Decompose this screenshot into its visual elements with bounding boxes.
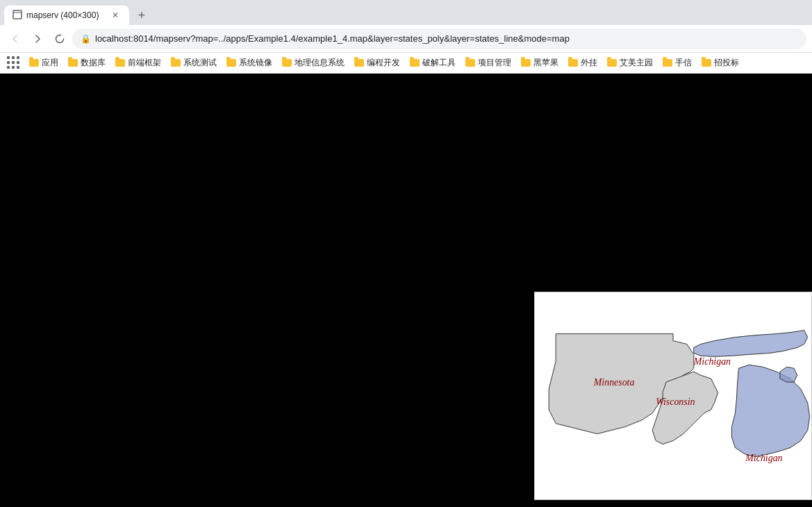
bookmark-label-gis: 地理信息系统 <box>295 57 345 69</box>
bookmark-label-c: 编程开发 <box>367 57 400 69</box>
bookmark-apps[interactable]: 应用 <box>25 56 63 70</box>
reload-button[interactable] <box>50 29 69 49</box>
bookmark-folder-icon-a <box>607 59 617 67</box>
bookmark-folder-icon-l <box>663 59 672 67</box>
bookmark-label-cr: 破解工具 <box>422 57 456 69</box>
bookmark-letter[interactable]: 手信 <box>658 56 696 70</box>
bookmark-pm[interactable]: 项目管理 <box>461 56 515 70</box>
bookmark-db[interactable]: 数据库 <box>64 56 110 70</box>
bookmark-amy[interactable]: 艾美主园 <box>603 56 657 70</box>
bookmark-folder-icon-cr <box>410 59 420 67</box>
minnesota-label: Minnesota <box>593 377 635 388</box>
bookmark-folder-icon-c <box>354 59 364 67</box>
bookmark-label-ch: 外挂 <box>581 57 597 69</box>
address-bar[interactable]: 🔒 localhost:8014/mapserv?map=../apps/Exa… <box>72 28 806 49</box>
new-tab-button[interactable]: + <box>132 6 151 25</box>
svg-rect-0 <box>13 10 22 19</box>
bookmark-folder-icon <box>29 59 39 67</box>
bookmark-gis[interactable]: 地理信息系统 <box>278 56 349 70</box>
forward-button[interactable] <box>28 29 47 49</box>
bookmark-coding[interactable]: 编程开发 <box>350 56 404 70</box>
bookmark-label-fe: 前端框架 <box>128 57 161 69</box>
bookmark-label-a: 艾美主园 <box>620 57 653 69</box>
bookmark-folder-icon-si <box>226 59 236 67</box>
bookmark-folder-icon-b <box>702 59 711 67</box>
back-button[interactable] <box>6 29 25 49</box>
tab-page-icon <box>13 10 22 22</box>
bookmark-label: 应用 <box>42 57 58 69</box>
bookmark-hackintosh[interactable]: 黑苹果 <box>517 56 563 70</box>
bookmark-folder-icon-st <box>171 59 181 67</box>
bookmark-sysimage[interactable]: 系统镜像 <box>222 56 276 70</box>
bookmark-systest[interactable]: 系统测试 <box>167 56 221 70</box>
bookmark-label-b: 招投标 <box>714 57 739 69</box>
active-tab[interactable]: mapserv (400×300) ✕ <box>4 6 129 25</box>
nav-bar: 🔒 localhost:8014/mapserv?map=../apps/Exa… <box>0 25 812 53</box>
bookmark-folder-icon-h <box>521 59 531 67</box>
map-svg: Minnesota Michigan Wisconsin Michigan <box>535 292 811 499</box>
address-text: localhost:8014/mapserv?map=../apps/Examp… <box>95 33 798 44</box>
bookmark-frontend[interactable]: 前端框架 <box>111 56 165 70</box>
browser-window: mapserv (400×300) ✕ + 🔒 localhost:8014/m… <box>0 0 812 507</box>
bookmark-label-h: 黑苹果 <box>533 57 558 69</box>
michigan-upper-label: Michigan <box>693 356 731 367</box>
address-lock-icon: 🔒 <box>81 34 91 44</box>
bookmark-label-st: 系统测试 <box>183 57 217 69</box>
bookmark-label-si: 系统镜像 <box>239 57 272 69</box>
bookmark-folder-icon-fe <box>115 59 125 67</box>
bookmark-folder-icon-gis <box>282 59 292 67</box>
bookmark-folder-icon-ch <box>568 59 578 67</box>
map-container: Minnesota Michigan Wisconsin Michigan <box>534 292 812 500</box>
bookmark-label-db: 数据库 <box>81 57 106 69</box>
bookmark-folder-icon-pm <box>465 59 475 67</box>
bookmark-bid[interactable]: 招投标 <box>697 56 743 70</box>
bookmark-label-pm: 项目管理 <box>478 57 511 69</box>
bookmarks-bar: 应用 数据库 前端框架 系统测试 系统镜像 地理信息系统 编程开发 破解工具 <box>0 53 812 74</box>
michigan-lower-label: Michigan <box>745 453 782 463</box>
bookmark-folder-icon-db <box>68 59 78 67</box>
wisconsin-label: Wisconsin <box>656 397 695 407</box>
page-content: Minnesota Michigan Wisconsin Michigan <box>0 74 812 507</box>
tab-bar: mapserv (400×300) ✕ + <box>0 0 812 25</box>
tab-close-button[interactable]: ✕ <box>110 10 121 21</box>
tab-title: mapserv (400×300) <box>26 10 99 20</box>
bookmark-crack[interactable]: 破解工具 <box>406 56 460 70</box>
bookmark-label-l: 手信 <box>675 57 692 69</box>
apps-icon[interactable] <box>6 56 21 71</box>
bookmark-cheat[interactable]: 外挂 <box>564 56 602 70</box>
